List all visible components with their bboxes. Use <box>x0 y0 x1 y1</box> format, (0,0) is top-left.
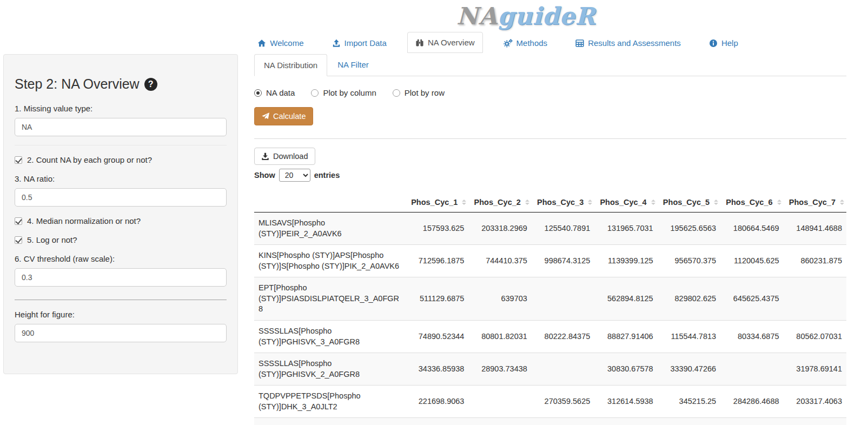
column-header-label: Phos_Cyc_2 <box>474 198 521 207</box>
log-checkbox-row[interactable]: 5. Log or not? <box>15 235 227 244</box>
radio-plot-by-column[interactable]: Plot by column <box>311 88 376 97</box>
missing-value-type-input[interactable] <box>15 118 227 136</box>
main-content: NA Distribution NA Filter NA data Plot b… <box>254 54 846 425</box>
cell-value: 221698.9063 <box>406 386 468 418</box>
radio-label: Plot by row <box>405 88 445 97</box>
app-logo: NAguideR <box>456 2 595 30</box>
radio-button[interactable] <box>393 89 400 97</box>
radio-button[interactable] <box>311 89 319 97</box>
count-na-checkbox[interactable] <box>15 156 22 164</box>
column-header[interactable]: Phos_Cyc_6 <box>720 192 783 212</box>
radio-button[interactable] <box>254 89 262 97</box>
sort-icon[interactable] <box>651 200 655 205</box>
cell-value: 645625.4375 <box>720 277 783 321</box>
table-row: EPT[Phospho (STY)]PSIASDISLPIATQELR_3_A0… <box>254 277 846 321</box>
cell-value: 80222.84375 <box>532 320 594 353</box>
table-row: SSSSLLAS[Phospho (STY)]PGHISVK_3_A0FGR8 … <box>254 320 846 353</box>
cell-value: 28903.73438 <box>468 353 531 386</box>
sidebar-divider <box>15 145 227 145</box>
sidebar-panel: Step 2: NA Overview ? 1. Missing value t… <box>3 54 238 374</box>
sort-icon[interactable] <box>525 200 529 205</box>
nav-item-label: Help <box>721 38 738 48</box>
tab-na-distribution[interactable]: NA Distribution <box>254 54 327 76</box>
cell-value: 639703 <box>468 277 531 321</box>
column-header[interactable]: Phos_Cyc_1 <box>406 192 468 212</box>
sort-up-icon <box>840 200 844 202</box>
cv-threshold-input[interactable] <box>15 268 227 287</box>
question-circle-icon[interactable]: ? <box>144 78 157 91</box>
sort-icon[interactable] <box>714 200 718 205</box>
nav-item-label: Import Data <box>344 38 387 48</box>
tab-na-filter[interactable]: NA Filter <box>328 54 378 76</box>
calculate-button[interactable]: Calculate <box>254 107 313 125</box>
binoculars-icon <box>415 38 424 47</box>
main-navbar: Welcome Import Data NA Overview Methods … <box>64 31 868 53</box>
median-normalization-checkbox[interactable] <box>15 217 22 225</box>
cell-value: 157593.625 <box>406 212 468 245</box>
na-ratio-input[interactable] <box>15 188 227 207</box>
table-row: KINS[Phospho (STY)]APS[Phospho (STY)]S[P… <box>254 245 846 277</box>
log-label: 5. Log or not? <box>27 235 77 244</box>
sort-down-icon <box>714 203 718 205</box>
cell-value: 88827.91406 <box>594 320 657 353</box>
cell-value: 511129.6875 <box>406 277 468 321</box>
download-button[interactable]: Download <box>254 148 315 165</box>
row-name-column-header <box>254 192 406 212</box>
column-header-label: Phos_Cyc_4 <box>600 198 646 207</box>
sort-icon[interactable] <box>588 200 592 205</box>
nav-item-import-data[interactable]: Import Data <box>324 33 394 53</box>
nav-item-na-overview[interactable]: NA Overview <box>407 32 483 53</box>
cell-value: 284286.4688 <box>720 386 783 418</box>
info-circle-icon <box>709 39 718 48</box>
row-name-cell: EPT[Phospho (STY)]PSIASDISLPIATQELR_3_A0… <box>254 277 406 321</box>
sort-icon[interactable] <box>840 200 844 205</box>
row-name-cell: TQDPVPPETPSDS[Phospho (STY)]DHK_3_A0JLT2 <box>254 386 406 418</box>
radio-plot-by-row[interactable]: Plot by row <box>393 88 445 97</box>
cell-value: 33390.47266 <box>658 353 720 386</box>
column-header[interactable]: Phos_Cyc_2 <box>468 192 531 212</box>
column-header-label: Phos_Cyc_7 <box>789 198 836 207</box>
column-header[interactable]: Phos_Cyc_3 <box>532 192 594 212</box>
sort-up-icon <box>588 200 592 202</box>
sort-up-icon <box>777 200 781 202</box>
sort-up-icon <box>525 200 529 202</box>
column-header[interactable]: Phos_Cyc_7 <box>784 192 846 212</box>
log-checkbox[interactable] <box>15 236 22 244</box>
data-table: Phos_Cyc_1 Phos_Cyc_2 Phos_Cyc_3 Phos_Cy… <box>254 192 846 425</box>
cell-value: 562894.8125 <box>594 277 657 321</box>
cell-value: 80334.6875 <box>720 320 783 353</box>
table-header-row: Phos_Cyc_1 Phos_Cyc_2 Phos_Cyc_3 Phos_Cy… <box>254 192 846 212</box>
count-na-checkbox-row[interactable]: 2. Count NA by each group or not? <box>15 155 227 164</box>
median-normalization-checkbox-row[interactable]: 4. Median normalization or not? <box>15 216 227 225</box>
show-label: Show <box>254 171 275 180</box>
count-na-label: 2. Count NA by each group or not? <box>27 155 152 164</box>
cell-value: 74890.52344 <box>406 320 468 353</box>
column-header[interactable]: Phos_Cyc_4 <box>594 192 657 212</box>
sort-icon[interactable] <box>462 200 466 205</box>
cell-value: 34336.85938 <box>406 353 468 386</box>
cell-value: 345215.25 <box>658 386 720 418</box>
column-header-label: Phos_Cyc_3 <box>537 198 584 207</box>
cell-value: 131965.7031 <box>594 212 657 245</box>
sidebar-title-text: Step 2: NA Overview <box>15 76 140 92</box>
cv-threshold-label: 6. CV threshold (raw scale): <box>15 254 227 263</box>
nav-item-results-assessments[interactable]: Results and Assessments <box>568 33 688 53</box>
paper-plane-icon <box>262 112 269 120</box>
row-name-cell: SMS[Phospho (STY)]VDLSHIPLKDPLLFK_3_A0JN… <box>254 418 406 425</box>
sort-icon[interactable] <box>777 200 781 205</box>
column-header[interactable]: Phos_Cyc_5 <box>658 192 720 212</box>
nav-item-welcome[interactable]: Welcome <box>250 33 311 53</box>
download-icon <box>261 152 269 161</box>
sort-down-icon <box>777 203 781 205</box>
nav-item-help[interactable]: Help <box>701 33 746 53</box>
radio-na-data[interactable]: NA data <box>254 88 295 97</box>
figure-height-input[interactable] <box>15 324 227 342</box>
nav-item-methods[interactable]: Methods <box>496 33 555 53</box>
page-length-select[interactable]: 20 <box>279 169 310 182</box>
cell-value: 1120045.625 <box>720 245 783 277</box>
cell-value: 352716.75 <box>658 418 720 425</box>
cell-value: 203317.4063 <box>784 386 846 418</box>
plot-type-radio-group: NA data Plot by column Plot by row <box>254 88 846 97</box>
cell-value: 180664.5469 <box>720 212 783 245</box>
home-icon <box>257 39 266 48</box>
